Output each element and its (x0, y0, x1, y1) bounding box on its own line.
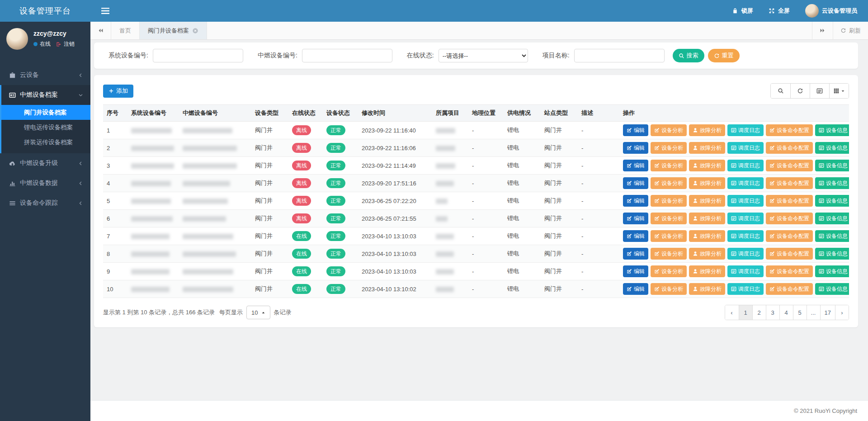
device-analysis-button[interactable]: 设备分析 (651, 213, 687, 224)
online-status-select[interactable]: --请选择-- (439, 49, 528, 62)
device-command-config-button[interactable]: 设备命令配置 (766, 142, 813, 154)
fault-analysis-button[interactable]: 故障分析 (689, 177, 725, 189)
dispatch-log-button[interactable]: 调度日志 (727, 177, 764, 189)
fault-analysis-button[interactable]: 故障分析 (689, 248, 725, 260)
lock-screen-button[interactable]: 锁屏 (732, 7, 753, 15)
device-analysis-button[interactable]: 设备分析 (651, 160, 687, 171)
edit-button[interactable]: 编辑 (623, 124, 648, 136)
edit-button[interactable]: 编辑 (623, 265, 648, 277)
page-5-button[interactable]: 5 (793, 305, 807, 320)
sidebar-item-device-command-track[interactable]: 设备命令跟踪 (0, 193, 90, 213)
add-button[interactable]: 添加 (103, 85, 133, 98)
sidebar-item-valve-well-archive[interactable]: 阀门井设备档案 (1, 105, 90, 120)
tabs-scroll-right-button[interactable] (812, 22, 833, 39)
fault-analysis-button[interactable]: 故障分析 (689, 230, 725, 242)
edit-button[interactable]: 编辑 (623, 142, 648, 154)
sidebar-item-cloud-device[interactable]: 云设备 (0, 65, 90, 85)
sidebar-item-assembled-remote-archive[interactable]: 拼装远传设备档案 (1, 135, 90, 150)
device-command-config-button[interactable]: 设备命令配置 (766, 265, 813, 277)
edit-button[interactable]: 编辑 (623, 177, 648, 189)
device-command-config-button[interactable]: 设备命令配置 (766, 177, 813, 189)
page-1-button[interactable]: 1 (739, 305, 752, 320)
edit-button[interactable]: 编辑 (623, 248, 648, 260)
device-analysis-button[interactable]: 设备分析 (651, 195, 687, 207)
list-alt-icon (819, 216, 824, 221)
device-command-config-button[interactable]: 设备命令配置 (766, 230, 813, 242)
dispatch-log-button[interactable]: 调度日志 (727, 213, 764, 224)
page-2-button[interactable]: 2 (752, 305, 766, 320)
device-command-config-button[interactable]: 设备命令配置 (766, 160, 813, 171)
zr-device-no-input[interactable] (302, 49, 392, 62)
dispatch-log-button[interactable]: 调度日志 (727, 230, 764, 242)
page-4-button[interactable]: 4 (779, 305, 793, 320)
table-detail-view-button[interactable] (810, 84, 829, 98)
edit-button[interactable]: 编辑 (623, 160, 648, 171)
sidebar-toggle-icon[interactable] (100, 6, 110, 16)
fault-analysis-button[interactable]: 故障分析 (689, 124, 725, 136)
device-info-button[interactable]: 设备信息 (815, 265, 849, 277)
dispatch-log-button[interactable]: 调度日志 (727, 265, 764, 277)
device-info-button[interactable]: 设备信息 (815, 230, 849, 242)
table-refresh-button[interactable] (790, 84, 810, 98)
table-search-button[interactable] (771, 84, 790, 98)
device-analysis-button[interactable]: 设备分析 (651, 248, 687, 260)
device-info-button[interactable]: 设备信息 (815, 124, 849, 136)
sidebar-item-lithium-remote-archive[interactable]: 锂电远传设备档案 (1, 120, 90, 135)
device-command-config-button[interactable]: 设备命令配置 (766, 248, 813, 260)
edit-button[interactable]: 编辑 (623, 213, 648, 224)
dispatch-log-button[interactable]: 调度日志 (727, 195, 764, 207)
prev-page-button[interactable]: ‹ (725, 305, 739, 320)
fault-analysis-button[interactable]: 故障分析 (689, 142, 725, 154)
edit-button[interactable]: 编辑 (623, 230, 648, 242)
device-info-button[interactable]: 设备信息 (815, 142, 849, 154)
fault-analysis-button[interactable]: 故障分析 (689, 195, 725, 207)
device-analysis-button[interactable]: 设备分析 (651, 283, 687, 295)
device-info-button[interactable]: 设备信息 (815, 195, 849, 207)
device-info-button[interactable]: 设备信息 (815, 177, 849, 189)
page-3-button[interactable]: 3 (766, 305, 779, 320)
device-info-button[interactable]: 设备信息 (815, 248, 849, 260)
fault-analysis-button[interactable]: 故障分析 (689, 213, 725, 224)
sidebar-item-device-data[interactable]: 中燃设备数据 (0, 173, 90, 193)
edit-button[interactable]: 编辑 (623, 195, 648, 207)
dispatch-log-button[interactable]: 调度日志 (727, 142, 764, 154)
sidebar-item-device-archive[interactable]: 中燃设备档案 (1, 85, 90, 105)
device-command-config-button[interactable]: 设备命令配置 (766, 124, 813, 136)
fault-analysis-button[interactable]: 故障分析 (689, 283, 725, 295)
logout-button[interactable]: 注销 (56, 40, 75, 48)
device-analysis-button[interactable]: 设备分析 (651, 265, 687, 277)
dispatch-log-button[interactable]: 调度日志 (727, 160, 764, 171)
device-info-button[interactable]: 设备信息 (815, 160, 849, 171)
project-name-input[interactable] (574, 49, 665, 62)
dispatch-log-button[interactable]: 调度日志 (727, 248, 764, 260)
fault-analysis-button[interactable]: 故障分析 (689, 265, 725, 277)
page-17-button[interactable]: 17 (820, 305, 835, 320)
reset-button[interactable]: 重置 (708, 49, 740, 62)
edit-button[interactable]: 编辑 (623, 283, 648, 295)
table-columns-button[interactable] (829, 84, 849, 98)
device-analysis-button[interactable]: 设备分析 (651, 124, 687, 136)
device-command-config-button[interactable]: 设备命令配置 (766, 213, 813, 224)
tab-home[interactable]: 首页 (111, 22, 140, 39)
page-size-select[interactable]: 10 (246, 306, 270, 319)
tab-valve-well-archive[interactable]: 阀门井设备档案 (140, 22, 207, 39)
dispatch-log-button[interactable]: 调度日志 (727, 283, 764, 295)
device-analysis-button[interactable]: 设备分析 (651, 142, 687, 154)
device-analysis-button[interactable]: 设备分析 (651, 177, 687, 189)
tab-close-icon[interactable] (192, 28, 198, 34)
user-menu[interactable]: 云设备管理员 (805, 4, 857, 18)
device-analysis-button[interactable]: 设备分析 (651, 230, 687, 242)
next-page-button[interactable]: › (835, 305, 849, 320)
tab-refresh-button[interactable]: 刷新 (833, 22, 868, 39)
device-command-config-button[interactable]: 设备命令配置 (766, 195, 813, 207)
system-device-no-input[interactable] (153, 49, 243, 62)
device-info-button[interactable]: 设备信息 (815, 213, 849, 224)
device-command-config-button[interactable]: 设备命令配置 (766, 283, 813, 295)
dispatch-log-button[interactable]: 调度日志 (727, 124, 764, 136)
search-button[interactable]: 搜索 (673, 49, 704, 62)
fault-analysis-button[interactable]: 故障分析 (689, 160, 725, 171)
fullscreen-button[interactable]: 全屏 (769, 7, 790, 15)
device-info-button[interactable]: 设备信息 (815, 283, 849, 295)
sidebar-item-device-upgrade[interactable]: 中燃设备升级 (0, 153, 90, 173)
tabs-scroll-left-button[interactable] (90, 22, 111, 39)
